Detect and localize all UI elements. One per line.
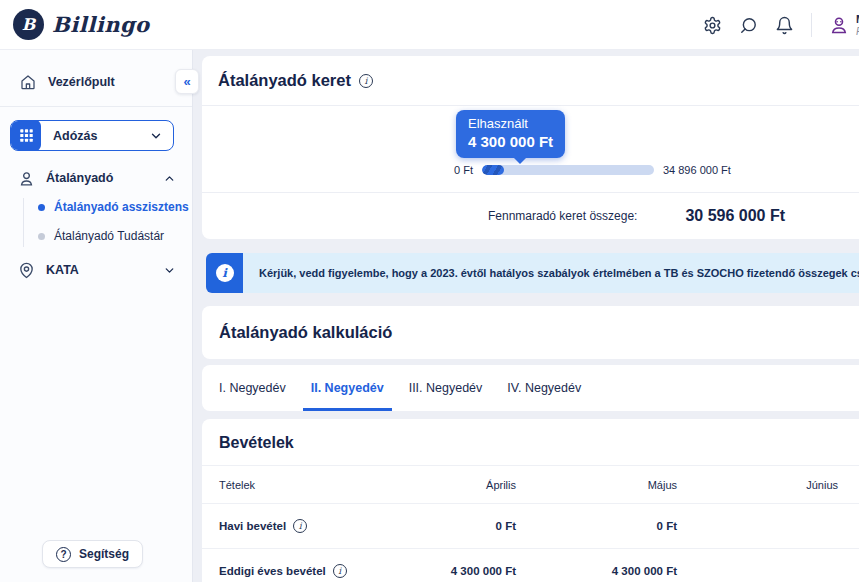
sidebar-item-atalanyado-tudastar[interactable]: Átalányadó Tudástár [38, 229, 192, 243]
sidebar-group-label: KATA [46, 263, 163, 277]
double-chevron-left-icon: « [183, 74, 190, 89]
sidebar-subitem-label: Átalányadó asszisztens [54, 200, 189, 214]
bell-icon[interactable] [775, 16, 794, 35]
keret-card-title: Átalányadó keret [218, 71, 351, 90]
progress-bar-row: 0 Ft 34 896 000 Ft [454, 164, 731, 176]
brand-logo[interactable]: B Billingo [13, 9, 150, 40]
remaining-row: Fennmaradó keret összege: 30 596 000 Ft [202, 193, 859, 239]
sidebar-collapse-button[interactable]: « [175, 69, 199, 94]
tab-q1[interactable]: I. Negyedév [211, 365, 294, 411]
progress-tooltip: Elhasznált 4 300 000 Ft [456, 110, 565, 158]
kalkulacio-card-header: Átalányadó kalkuláció [202, 306, 859, 359]
table-header-row: Tételek Április Május Június [202, 465, 859, 503]
bevetelek-card: Bevételek Tételek Április Május Június H… [202, 419, 859, 582]
row-label: Eddigi éves bevétel [219, 565, 326, 577]
map-pin-icon [18, 262, 35, 279]
kalkulacio-title: Átalányadó kalkuláció [219, 323, 392, 342]
row-label: Havi bevétel [219, 520, 286, 532]
gear-icon[interactable] [703, 16, 722, 35]
info-banner: i Kérjük, vedd figyelembe, hogy a 2023. … [206, 253, 859, 293]
help-button[interactable]: ? Segítség [42, 540, 143, 568]
help-button-label: Segítség [79, 547, 129, 561]
cell-value: 4 300 000 Ft [355, 565, 516, 577]
brand-name: Billingo [52, 12, 150, 37]
topbar-actions: M P [703, 0, 859, 50]
progress-min-label: 0 Ft [454, 164, 473, 176]
sidebar: Vezérlőpult Adózás Átalányadó Átalányadó… [0, 50, 193, 582]
column-header-majus: Május [516, 479, 677, 491]
sidebar-group-kata[interactable]: KATA [0, 260, 192, 280]
table-row: Havi bevétel i 0 Ft 0 Ft [202, 503, 859, 548]
info-icon: i [216, 264, 234, 282]
tab-q3[interactable]: III. Negyedév [401, 365, 491, 411]
column-header-aprilis: Április [355, 479, 516, 491]
column-header-junius: Június [677, 479, 838, 491]
keret-card-header: Átalányadó keret i [202, 56, 859, 105]
sidebar-divider [0, 106, 192, 107]
keret-progress-area: Elhasznált 4 300 000 Ft 0 Ft 34 896 000 … [202, 106, 859, 192]
active-dot-icon [38, 204, 45, 211]
info-banner-iconbox: i [206, 253, 243, 293]
remaining-label: Fennmaradó keret összege: [488, 209, 637, 223]
column-header-tetelek: Tételek [219, 479, 255, 491]
info-icon[interactable]: i [333, 564, 347, 578]
tab-q4[interactable]: IV. Negyedév [499, 365, 589, 411]
info-icon[interactable]: i [359, 74, 373, 88]
tooltip-label: Elhasznált [468, 116, 553, 131]
main-content: Átalányadó keret i Elhasznált 4 300 000 … [194, 50, 859, 582]
chevron-down-icon [163, 264, 176, 277]
search-icon[interactable] [739, 16, 758, 35]
person-icon [18, 170, 35, 187]
info-banner-text: Kérjük, vedd figyelembe, hogy a 2023. év… [243, 253, 859, 293]
chevron-up-icon [163, 172, 176, 185]
keret-card: Átalányadó keret i Elhasznált 4 300 000 … [202, 56, 859, 239]
billingo-logo-icon: B [13, 9, 44, 40]
topbar-divider [811, 13, 812, 37]
progress-max-label: 34 896 000 Ft [663, 164, 731, 176]
sidebar-item-label: Vezérlőpult [48, 75, 115, 89]
progress-track [482, 165, 654, 175]
user-menu[interactable]: M P [829, 13, 859, 37]
module-select-adozas[interactable]: Adózás [10, 120, 174, 151]
module-select-value: Adózás [53, 129, 149, 143]
info-icon[interactable]: i [293, 519, 307, 533]
top-header-bar: B Billingo M P [0, 0, 859, 50]
grid-icon [11, 120, 41, 151]
tooltip-value: 4 300 000 Ft [468, 133, 553, 150]
sidebar-subitem-label: Átalányadó Tudástár [54, 229, 164, 243]
table-row: Eddigi éves bevétel i 4 300 000 Ft 4 300… [202, 548, 859, 582]
user-avatar-icon [829, 15, 849, 35]
cell-value: 4 300 000 Ft [516, 565, 677, 577]
remaining-value: 30 596 000 Ft [685, 207, 785, 225]
progress-fill [482, 165, 504, 175]
sidebar-group-atalanyado[interactable]: Átalányadó [0, 168, 192, 188]
tooltip-arrow [513, 157, 527, 164]
sidebar-item-dashboard[interactable]: Vezérlőpult [0, 72, 192, 92]
cell-value: 0 Ft [516, 520, 677, 532]
sidebar-group-label: Átalányadó [46, 171, 163, 185]
quarter-tabs: I. Negyedév II. Negyedév III. Negyedév I… [202, 365, 859, 411]
home-icon [20, 74, 36, 90]
sidebar-item-atalanyado-asszisztens[interactable]: Átalányadó asszisztens [38, 200, 192, 214]
bevetelek-title: Bevételek [202, 419, 859, 465]
idle-dot-icon [38, 233, 45, 240]
cell-value: 0 Ft [355, 520, 516, 532]
question-icon: ? [56, 547, 71, 562]
tab-q2[interactable]: II. Negyedév [303, 365, 392, 411]
sidebar-sublist: Átalányadó asszisztens Átalányadó Tudást… [23, 198, 192, 247]
chevron-down-icon [149, 129, 163, 143]
